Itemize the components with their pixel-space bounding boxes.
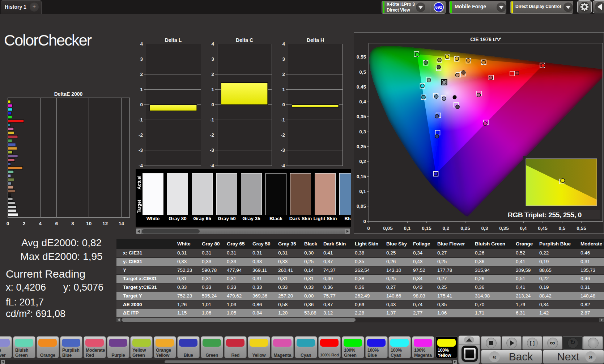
svg-text:-3: -3 [210, 147, 214, 153]
svg-text:12: 12 [102, 221, 108, 226]
svg-text:CIE 1976 u'v': CIE 1976 u'v' [470, 37, 501, 42]
svg-text:3: 3 [282, 56, 285, 62]
svg-text:0: 0 [211, 102, 214, 107]
svg-text:Delta C: Delta C [236, 37, 253, 43]
svg-text:1: 1 [211, 87, 214, 92]
svg-text:0,5: 0,5 [559, 226, 566, 231]
svg-text:0,45: 0,45 [357, 84, 366, 90]
svg-text:1: 1 [282, 87, 285, 92]
svg-text:0,55: 0,55 [577, 226, 586, 231]
svg-text:0,15: 0,15 [422, 226, 431, 231]
svg-text:-2: -2 [210, 132, 214, 138]
svg-text:3: 3 [211, 56, 214, 62]
svg-text:0: 0 [7, 221, 9, 226]
svg-text:-2: -2 [139, 132, 143, 138]
svg-text:4: 4 [39, 221, 42, 226]
svg-text:0,4: 0,4 [520, 226, 527, 231]
svg-text:-4: -4 [210, 163, 214, 168]
svg-text:0: 0 [367, 226, 370, 231]
svg-text:0,15: 0,15 [357, 174, 366, 179]
svg-text:-4: -4 [139, 163, 143, 168]
svg-text:14: 14 [119, 221, 124, 226]
svg-text:0,35: 0,35 [499, 226, 509, 231]
svg-text:-2: -2 [281, 132, 285, 138]
svg-text:0: 0 [363, 219, 366, 224]
svg-text:0,05: 0,05 [383, 226, 393, 231]
svg-text:0,35: 0,35 [357, 114, 366, 119]
svg-text:4: 4 [282, 41, 285, 47]
svg-text:-1: -1 [281, 117, 285, 123]
svg-text:-1: -1 [139, 117, 143, 123]
svg-text:Delta H: Delta H [307, 37, 324, 43]
svg-text:-3: -3 [281, 147, 285, 153]
svg-text:0: 0 [282, 102, 285, 107]
svg-text:0,05: 0,05 [357, 204, 366, 209]
svg-text:2: 2 [23, 221, 26, 226]
svg-text:3: 3 [140, 56, 143, 62]
svg-text:2: 2 [282, 72, 285, 77]
svg-text:2: 2 [211, 72, 214, 77]
svg-text:0,4: 0,4 [359, 99, 366, 104]
svg-text:0,45: 0,45 [538, 226, 548, 231]
svg-text:-1: -1 [210, 117, 214, 123]
svg-text:2: 2 [140, 72, 143, 77]
svg-text:4: 4 [140, 41, 143, 47]
svg-text:Delta L: Delta L [165, 37, 182, 43]
svg-text:DeltaE 2000: DeltaE 2000 [54, 91, 83, 97]
svg-text:-3: -3 [139, 147, 143, 153]
svg-text:6: 6 [55, 221, 58, 226]
svg-text:8: 8 [71, 221, 74, 226]
svg-text:RGB Triplet: 255, 255, 0: RGB Triplet: 255, 255, 0 [508, 211, 582, 219]
svg-text:0,2: 0,2 [359, 159, 366, 164]
svg-text:0,55: 0,55 [357, 54, 366, 60]
svg-text:0,2: 0,2 [443, 226, 450, 231]
svg-text:0,25: 0,25 [460, 226, 470, 231]
svg-text:0: 0 [140, 102, 143, 107]
svg-text:0,3: 0,3 [359, 129, 366, 134]
svg-text:-4: -4 [281, 163, 285, 168]
svg-text:0,1: 0,1 [359, 189, 366, 194]
svg-text:10: 10 [86, 221, 92, 226]
svg-text:0,5: 0,5 [359, 69, 366, 75]
svg-text:0,3: 0,3 [481, 226, 488, 231]
svg-text:0,25: 0,25 [357, 144, 366, 149]
svg-text:0,1: 0,1 [404, 226, 411, 231]
svg-text:4: 4 [211, 41, 214, 47]
svg-text:1: 1 [140, 87, 143, 92]
